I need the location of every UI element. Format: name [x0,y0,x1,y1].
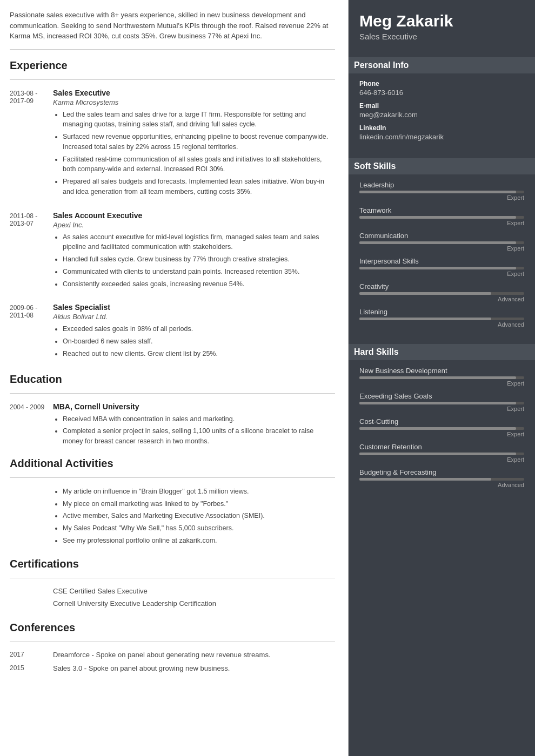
activity-item: See my professional portfolio online at … [63,536,265,546]
conf-list: 2017Dreamforce - Spoke on panel about ge… [10,651,335,672]
skill-level: Advanced [359,296,524,302]
activities-block: My article on influence in "Brain Blogge… [10,487,335,548]
activity-item: My Sales Podcast "Why We Sell," has 5,00… [63,523,265,534]
email-value: meg@zakarik.com [359,111,524,119]
cert-block: CSE Certified Sales ExecutiveCornell Uni… [10,587,335,612]
linkedin-value: linkedin.com/in/megzakarik [359,133,524,141]
skill-name: New Business Development [359,367,524,375]
cert-item: Cornell University Executive Leadership … [53,599,335,608]
skill-level: Expert [359,456,524,463]
exp-bullets: As sales account executive for mid-level… [53,232,335,289]
exp-content: Sales Account ExecutiveApexi Inc.As sale… [53,211,335,292]
skill-level: Expert [359,406,524,412]
skill-bar-fill [359,453,516,455]
activities-heading: Additional Activities [10,457,335,470]
skill-bar-fill [359,402,516,404]
education-heading: Education [10,373,335,386]
edu-title: MBA, Cornell University [53,402,335,411]
skill-bar-bg [359,478,524,481]
skill-name: Teamwork [359,206,524,214]
exp-company: Aldus Bolivar Ltd. [53,313,335,321]
skill-level: Expert [359,194,524,201]
hard-skills-section: Hard Skills New Business DevelopmentExpe… [349,336,535,497]
exp-company: Karma Microsystems [53,98,335,106]
email-label: E-mail [359,102,524,110]
skill-name: Creativity [359,282,524,291]
soft-skills-list: LeadershipExpertTeamworkExpertCommunicat… [359,181,524,328]
exp-title: Sales Executive [53,89,335,97]
skill-bar-bg [359,241,524,244]
skill-bar-fill [359,427,516,430]
experience-item: 2013-08 - 2017-09Sales ExecutiveKarma Mi… [10,89,335,199]
right-column: Meg Zakarik Sales Executive Personal Inf… [349,0,535,756]
exp-dates: 2013-08 - 2017-09 [10,89,53,199]
skill-bar-bg [359,267,524,269]
skill-level: Expert [359,245,524,252]
candidate-name: Meg Zakarik [359,12,524,30]
skill-name: Interpersonal Skills [359,257,524,265]
education-item: 2004 - 2009MBA, Cornell UniversityReceiv… [10,402,335,449]
exp-company: Apexi Inc. [53,221,335,229]
skill-bar-fill [359,318,491,320]
edu-bullets: Received MBA with concentration in sales… [53,414,335,447]
cert-list: CSE Certified Sales ExecutiveCornell Uni… [53,587,335,612]
bullet-item: Facilitated real-time communication of a… [63,154,335,175]
exp-dates: 2011-08 - 2013-07 [10,211,53,292]
conf-divider [10,642,335,642]
soft-skills-heading: Soft Skills [349,158,535,174]
skill-name: Budgeting & Forecasting [359,468,524,476]
skill-name: Listening [359,308,524,316]
conf-text: Dreamforce - Spoke on panel about genera… [53,651,335,659]
conferences-heading: Conferences [10,622,335,634]
certs-divider [10,578,335,578]
exp-bullets: Led the sales team and sales drive for a… [53,110,335,197]
activity-item: My piece on email marketing was linked t… [63,499,265,509]
skill-name: Customer Retention [359,443,524,451]
certifications-heading: Certifications [10,558,335,570]
bullet-item: Surfaced new revenue opportunities, enha… [63,132,335,152]
exp-bullets: Exceeded sales goals in 98% of all perio… [53,324,335,359]
bullet-item: Communicated with clients to understand … [63,267,335,277]
bullet-item: Reached out to new clients. Grew client … [63,349,335,359]
bullet-item: Handled full sales cycle. Grew business … [63,254,335,265]
exp-title: Sales Specialist [53,303,335,312]
education-divider [10,393,335,394]
education-list: 2004 - 2009MBA, Cornell UniversityReceiv… [10,402,335,449]
conf-year: 2015 [10,664,53,672]
activity-item: My article on influence in "Brain Blogge… [63,487,265,497]
conf-row: 2015Sales 3.0 - Spoke on panel about gro… [10,664,335,672]
edu-dates: 2004 - 2009 [10,402,53,449]
activities-list: My article on influence in "Brain Blogge… [53,487,265,548]
skill-bar-fill [359,267,516,269]
phone-label: Phone [359,80,524,87]
skill-level: Expert [359,271,524,277]
experience-divider [10,79,335,80]
skill-level: Advanced [359,321,524,328]
experience-list: 2013-08 - 2017-09Sales ExecutiveKarma Mi… [10,89,335,361]
cert-spacer [10,587,53,612]
candidate-job-title: Sales Executive [359,32,524,41]
skill-name: Communication [359,232,524,240]
bullet-item: On-boarded 6 new sales staff. [63,336,335,347]
exp-dates: 2009-06 - 2011-08 [10,303,53,361]
skill-bar-fill [359,191,516,193]
skill-bar-bg [359,216,524,219]
bullet-item: Received MBA with concentration in sales… [63,414,335,424]
exp-title: Sales Account Executive [53,211,335,220]
soft-skills-section: Soft Skills LeadershipExpertTeamworkExpe… [349,151,535,336]
edu-content: MBA, Cornell UniversityReceived MBA with… [53,402,335,449]
experience-heading: Experience [10,59,335,72]
skill-name: Leadership [359,181,524,189]
exp-content: Sales ExecutiveKarma MicrosystemsLed the… [53,89,335,199]
skill-bar-fill [359,292,491,295]
skill-level: Advanced [359,482,524,488]
bullet-item: As sales account executive for mid-level… [63,232,335,253]
conf-row: 2017Dreamforce - Spoke on panel about ge… [10,651,335,659]
skill-bar-bg [359,402,524,404]
skill-level: Expert [359,380,524,387]
experience-item: 2009-06 - 2011-08Sales SpecialistAldus B… [10,303,335,361]
bullet-item: Completed a senior project in sales, sel… [63,426,335,447]
bullet-item: Exceeded sales goals in 98% of all perio… [63,324,335,334]
skill-bar-bg [359,191,524,193]
activities-divider [10,477,335,478]
